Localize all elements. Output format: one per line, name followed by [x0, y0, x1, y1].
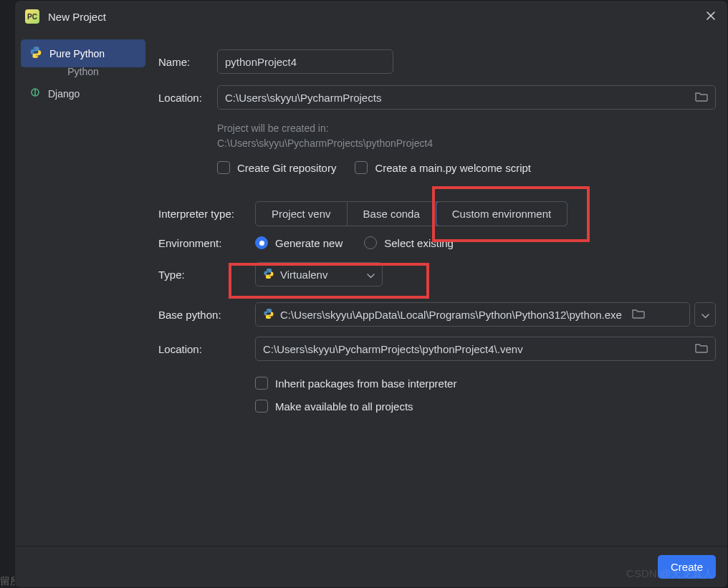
checkbox-icon [217, 161, 230, 174]
environment-label: Environment: [158, 237, 255, 249]
window-title: New Project [48, 11, 106, 23]
create-git-checkbox[interactable]: Create Git repository [217, 161, 336, 174]
inherit-packages-checkbox[interactable]: Inherit packages from base interpreter [255, 377, 716, 390]
radio-icon [364, 236, 377, 249]
interpreter-type-label: Interpreter type: [158, 208, 255, 220]
checkbox-icon [255, 400, 268, 413]
venv-location-value: C:\Users\skyyu\PycharmProjects\pythonPro… [263, 343, 523, 355]
close-icon[interactable] [704, 9, 717, 24]
sidebar-item-label: Pure Python [49, 48, 105, 59]
python-icon [263, 308, 274, 322]
dialog-footer: Create [15, 546, 727, 587]
venv-location-label: Location: [158, 343, 255, 355]
venv-location-input[interactable]: C:\Users\skyyu\PycharmProjects\pythonPro… [255, 337, 716, 361]
base-python-label: Base python: [158, 309, 255, 321]
radio-select-existing[interactable]: Select existing [364, 236, 454, 249]
sidebar-item-label: Django [48, 88, 80, 100]
seg-project-venv[interactable]: Project venv [256, 202, 348, 226]
location-value: C:\Users\skyyu\PycharmProjects [225, 92, 381, 104]
sidebar-item-django[interactable]: Django [21, 80, 145, 107]
sidebar-item-pure-python[interactable]: Pure Python [21, 39, 145, 67]
name-input[interactable]: pythonProject4 [217, 49, 393, 74]
folder-icon[interactable] [632, 308, 645, 322]
env-type-dropdown[interactable]: Virtualenv [255, 262, 383, 286]
location-label: Location: [158, 92, 217, 104]
creation-path-hint: Project will be created in: C:\Users\sky… [217, 121, 716, 151]
sidebar-subtitle: Python [21, 66, 145, 77]
checkbox-icon [355, 161, 368, 174]
name-label: Name: [158, 56, 217, 68]
create-button[interactable]: Create [658, 555, 716, 579]
new-project-dialog: PC New Project Pure Python Python Django [14, 0, 728, 588]
type-label: Type: [158, 269, 255, 281]
seg-base-conda[interactable]: Base conda [348, 202, 436, 226]
checkbox-icon [255, 377, 268, 390]
seg-custom-environment[interactable]: Custom environment [436, 201, 567, 226]
virtualenv-icon [263, 268, 274, 281]
available-all-projects-checkbox[interactable]: Make available to all projects [255, 400, 716, 413]
location-input[interactable]: C:\Users\skyyu\PycharmProjects [217, 85, 716, 110]
base-python-more-dropdown[interactable] [694, 302, 716, 327]
interpreter-type-segmented: Project venv Base conda Custom environme… [255, 201, 567, 226]
project-type-sidebar: Pure Python Python Django [15, 32, 151, 546]
chevron-down-icon [367, 269, 375, 281]
base-python-dropdown[interactable]: C:\Users\skyyu\AppData\Local\Programs\Py… [255, 302, 690, 327]
django-icon [29, 87, 41, 100]
project-settings-panel: Name: pythonProject4 Location: C:\Users\… [151, 32, 727, 546]
folder-icon[interactable] [695, 342, 708, 356]
pycharm-app-icon: PC [25, 9, 39, 24]
radio-icon [255, 236, 268, 249]
create-mainpy-checkbox[interactable]: Create a main.py welcome script [355, 161, 531, 174]
radio-generate-new[interactable]: Generate new [255, 236, 343, 249]
chevron-down-icon [701, 309, 709, 321]
python-icon [29, 46, 42, 61]
folder-icon[interactable] [695, 91, 708, 105]
title-bar: PC New Project [15, 1, 727, 32]
